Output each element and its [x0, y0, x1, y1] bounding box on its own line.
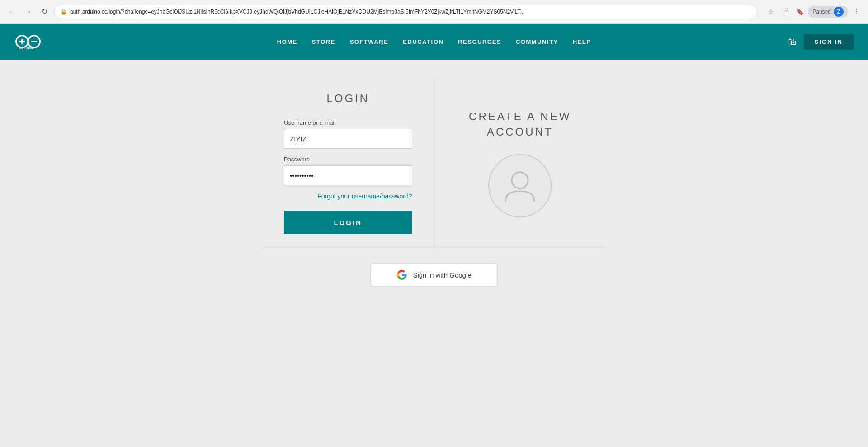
svg-text:ARDUINO: ARDUINO [19, 47, 34, 50]
google-icon [396, 269, 407, 280]
user-avatar: Z [834, 7, 844, 17]
arduino-logo[interactable]: ARDUINO [14, 28, 42, 55]
back-button[interactable]: ← [5, 5, 18, 18]
password-group: Password [284, 156, 412, 185]
login-button[interactable]: LOGIN [284, 211, 412, 234]
password-input[interactable] [284, 165, 412, 185]
header-sign-in-button[interactable]: SIGN IN [804, 34, 854, 50]
login-panel: LOGIN Username or e-mail Password Forgot… [262, 78, 434, 249]
arduino-header: ARDUINO HOME STORE SOFTWARE EDUCATION RE… [0, 24, 868, 60]
google-signin-section: Sign in with Google [262, 249, 606, 301]
ext-button[interactable]: 🔖 [793, 5, 806, 18]
nav-help[interactable]: HELP [573, 38, 591, 45]
nav-community[interactable]: COMMUNITY [516, 38, 558, 45]
nav-store[interactable]: STORE [312, 38, 335, 45]
svg-point-6 [512, 172, 528, 188]
acrobat-ext-button[interactable]: 📄 [779, 5, 792, 18]
nav-resources[interactable]: RESOURCES [458, 38, 501, 45]
main-content: LOGIN Username or e-mail Password Forgot… [0, 60, 868, 447]
username-label: Username or e-mail [284, 119, 412, 126]
avatar-placeholder [488, 154, 552, 217]
auth-container: LOGIN Username or e-mail Password Forgot… [262, 78, 606, 301]
nav-education[interactable]: EDUCATION [403, 38, 443, 45]
paused-badge: Paused Z [808, 6, 848, 18]
bookmark-star-button[interactable]: ☆ [764, 5, 777, 18]
refresh-button[interactable]: ↻ [38, 5, 51, 18]
username-input[interactable] [284, 129, 412, 149]
google-signin-label: Sign in with Google [413, 271, 471, 279]
nav-home[interactable]: HOME [277, 38, 297, 45]
forward-button[interactable]: → [22, 5, 34, 18]
cart-button[interactable]: 🛍 [788, 37, 797, 47]
nav-software[interactable]: SOFTWARE [350, 38, 389, 45]
user-silhouette-icon [502, 168, 538, 204]
arduino-logo-svg: ARDUINO [14, 28, 42, 55]
header-right: 🛍 SIGN IN [788, 34, 854, 50]
password-label: Password [284, 156, 412, 163]
browser-chrome: ← → ↻ 🔒 auth.arduino.cc/login/?challenge… [0, 0, 868, 24]
create-account-title: CREATE A NEW ACCOUNT [456, 109, 585, 139]
auth-panels: LOGIN Username or e-mail Password Forgot… [262, 78, 606, 249]
login-title: LOGIN [284, 92, 412, 105]
forgot-password-link[interactable]: Forgot your username/password? [284, 193, 412, 200]
menu-button[interactable]: ⋮ [850, 5, 863, 18]
browser-actions: ☆ 📄 🔖 Paused Z ⋮ [764, 5, 863, 18]
username-group: Username or e-mail [284, 119, 412, 149]
main-nav: HOME STORE SOFTWARE EDUCATION RESOURCES … [277, 38, 591, 45]
address-bar[interactable]: 🔒 auth.arduino.cc/login/?challenge=eyJhb… [54, 5, 757, 19]
create-account-panel: CREATE A NEW ACCOUNT [434, 78, 606, 249]
lock-icon: 🔒 [60, 8, 67, 15]
google-signin-button[interactable]: Sign in with Google [371, 263, 497, 286]
